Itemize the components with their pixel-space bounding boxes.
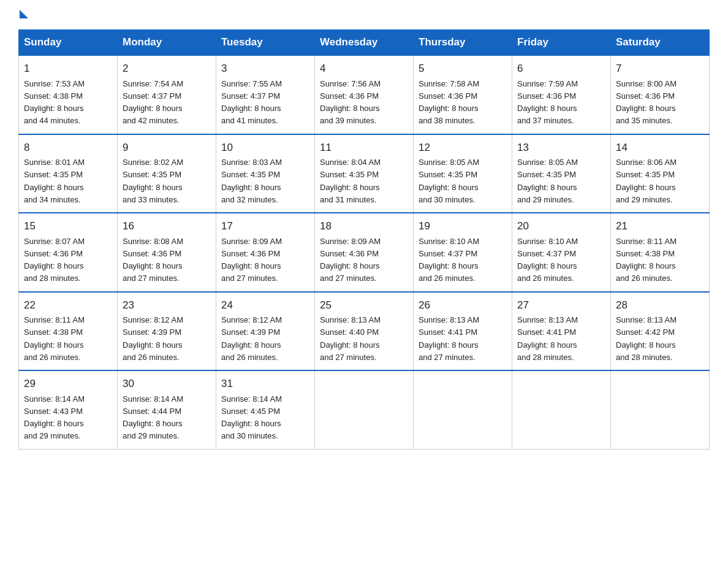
day-number: 2	[123, 61, 211, 77]
day-info: Sunrise: 8:13 AMSunset: 4:41 PMDaylight:…	[517, 315, 578, 362]
day-info: Sunrise: 8:01 AMSunset: 4:35 PMDaylight:…	[24, 158, 85, 204]
day-number: 10	[221, 140, 309, 156]
calendar-week-row: 29 Sunrise: 8:14 AMSunset: 4:43 PMDaylig…	[19, 370, 710, 449]
logo-arrow-icon	[20, 10, 28, 18]
day-number: 29	[24, 376, 112, 392]
calendar-day-cell: 18 Sunrise: 8:09 AMSunset: 4:36 PMDaylig…	[315, 213, 414, 292]
day-number: 1	[24, 61, 112, 77]
calendar-week-row: 8 Sunrise: 8:01 AMSunset: 4:35 PMDayligh…	[19, 134, 710, 213]
day-info: Sunrise: 8:05 AMSunset: 4:35 PMDaylight:…	[419, 158, 479, 204]
calendar-empty-cell	[414, 370, 512, 449]
calendar-day-cell: 1 Sunrise: 7:53 AMSunset: 4:38 PMDayligh…	[19, 55, 118, 134]
calendar-day-cell: 31 Sunrise: 8:14 AMSunset: 4:45 PMDaylig…	[216, 370, 315, 449]
day-number: 9	[123, 140, 211, 156]
day-number: 27	[517, 297, 605, 313]
calendar-day-cell: 15 Sunrise: 8:07 AMSunset: 4:36 PMDaylig…	[19, 213, 118, 292]
day-number: 28	[616, 297, 704, 313]
day-info: Sunrise: 7:56 AMSunset: 4:36 PMDaylight:…	[320, 79, 381, 126]
day-info: Sunrise: 8:09 AMSunset: 4:36 PMDaylight:…	[221, 237, 282, 283]
day-info: Sunrise: 8:11 AMSunset: 4:38 PMDaylight:…	[616, 237, 677, 283]
day-number: 14	[616, 140, 704, 156]
column-header-tuesday: Tuesday	[216, 30, 315, 56]
day-info: Sunrise: 7:54 AMSunset: 4:37 PMDaylight:…	[123, 79, 183, 126]
calendar-day-cell: 25 Sunrise: 8:13 AMSunset: 4:40 PMDaylig…	[315, 292, 414, 371]
day-info: Sunrise: 8:04 AMSunset: 4:35 PMDaylight:…	[320, 158, 381, 204]
calendar-day-cell: 23 Sunrise: 8:12 AMSunset: 4:39 PMDaylig…	[118, 292, 216, 371]
calendar-day-cell: 17 Sunrise: 8:09 AMSunset: 4:36 PMDaylig…	[216, 213, 315, 292]
column-header-saturday: Saturday	[611, 30, 710, 56]
calendar-day-cell: 2 Sunrise: 7:54 AMSunset: 4:37 PMDayligh…	[118, 55, 216, 134]
day-number: 19	[419, 218, 507, 234]
day-number: 6	[517, 61, 605, 77]
calendar-day-cell: 11 Sunrise: 8:04 AMSunset: 4:35 PMDaylig…	[315, 134, 414, 213]
column-header-thursday: Thursday	[414, 30, 512, 56]
day-number: 3	[221, 61, 309, 77]
calendar-day-cell: 12 Sunrise: 8:05 AMSunset: 4:35 PMDaylig…	[414, 134, 512, 213]
day-info: Sunrise: 8:14 AMSunset: 4:45 PMDaylight:…	[221, 394, 282, 441]
day-info: Sunrise: 8:02 AMSunset: 4:35 PMDaylight:…	[123, 158, 183, 204]
day-info: Sunrise: 8:00 AMSunset: 4:36 PMDaylight:…	[616, 79, 677, 126]
day-number: 25	[320, 297, 408, 313]
logo	[18, 12, 28, 18]
day-info: Sunrise: 8:08 AMSunset: 4:36 PMDaylight:…	[123, 237, 183, 283]
column-header-friday: Friday	[512, 30, 611, 56]
day-info: Sunrise: 8:12 AMSunset: 4:39 PMDaylight:…	[221, 315, 282, 362]
day-number: 7	[616, 61, 704, 77]
day-number: 4	[320, 61, 408, 77]
calendar-day-cell: 27 Sunrise: 8:13 AMSunset: 4:41 PMDaylig…	[512, 292, 611, 371]
day-number: 26	[419, 297, 507, 313]
page-header	[18, 12, 710, 18]
calendar-table: SundayMondayTuesdayWednesdayThursdayFrid…	[18, 29, 710, 450]
day-info: Sunrise: 8:11 AMSunset: 4:38 PMDaylight:…	[24, 315, 85, 362]
calendar-day-cell: 14 Sunrise: 8:06 AMSunset: 4:35 PMDaylig…	[611, 134, 710, 213]
day-info: Sunrise: 7:59 AMSunset: 4:36 PMDaylight:…	[517, 79, 578, 126]
day-info: Sunrise: 8:10 AMSunset: 4:37 PMDaylight:…	[419, 237, 479, 283]
day-info: Sunrise: 8:03 AMSunset: 4:35 PMDaylight:…	[221, 158, 282, 204]
day-info: Sunrise: 8:13 AMSunset: 4:40 PMDaylight:…	[320, 315, 381, 362]
calendar-day-cell: 8 Sunrise: 8:01 AMSunset: 4:35 PMDayligh…	[19, 134, 118, 213]
day-number: 21	[616, 218, 704, 234]
calendar-day-cell: 20 Sunrise: 8:10 AMSunset: 4:37 PMDaylig…	[512, 213, 611, 292]
day-info: Sunrise: 7:58 AMSunset: 4:36 PMDaylight:…	[419, 79, 479, 126]
calendar-empty-cell	[611, 370, 710, 449]
day-number: 5	[419, 61, 507, 77]
day-number: 13	[517, 140, 605, 156]
calendar-day-cell: 30 Sunrise: 8:14 AMSunset: 4:44 PMDaylig…	[118, 370, 216, 449]
calendar-empty-cell	[315, 370, 414, 449]
day-number: 17	[221, 218, 309, 234]
calendar-day-cell: 28 Sunrise: 8:13 AMSunset: 4:42 PMDaylig…	[611, 292, 710, 371]
calendar-day-cell: 5 Sunrise: 7:58 AMSunset: 4:36 PMDayligh…	[414, 55, 512, 134]
day-info: Sunrise: 8:05 AMSunset: 4:35 PMDaylight:…	[517, 158, 578, 204]
calendar-header-row: SundayMondayTuesdayWednesdayThursdayFrid…	[19, 30, 710, 56]
day-info: Sunrise: 8:09 AMSunset: 4:36 PMDaylight:…	[320, 237, 381, 283]
column-header-wednesday: Wednesday	[315, 30, 414, 56]
calendar-week-row: 22 Sunrise: 8:11 AMSunset: 4:38 PMDaylig…	[19, 292, 710, 371]
day-info: Sunrise: 8:07 AMSunset: 4:36 PMDaylight:…	[24, 237, 85, 283]
calendar-day-cell: 26 Sunrise: 8:13 AMSunset: 4:41 PMDaylig…	[414, 292, 512, 371]
column-header-sunday: Sunday	[19, 30, 118, 56]
day-info: Sunrise: 8:06 AMSunset: 4:35 PMDaylight:…	[616, 158, 677, 204]
day-info: Sunrise: 7:55 AMSunset: 4:37 PMDaylight:…	[221, 79, 282, 126]
day-number: 30	[123, 376, 211, 392]
day-info: Sunrise: 8:13 AMSunset: 4:42 PMDaylight:…	[616, 315, 677, 362]
day-number: 16	[123, 218, 211, 234]
calendar-day-cell: 16 Sunrise: 8:08 AMSunset: 4:36 PMDaylig…	[118, 213, 216, 292]
day-number: 12	[419, 140, 507, 156]
calendar-day-cell: 9 Sunrise: 8:02 AMSunset: 4:35 PMDayligh…	[118, 134, 216, 213]
calendar-day-cell: 29 Sunrise: 8:14 AMSunset: 4:43 PMDaylig…	[19, 370, 118, 449]
day-number: 31	[221, 376, 309, 392]
day-info: Sunrise: 8:13 AMSunset: 4:41 PMDaylight:…	[419, 315, 479, 362]
calendar-day-cell: 6 Sunrise: 7:59 AMSunset: 4:36 PMDayligh…	[512, 55, 611, 134]
day-number: 11	[320, 140, 408, 156]
day-info: Sunrise: 8:14 AMSunset: 4:43 PMDaylight:…	[24, 394, 85, 441]
day-number: 22	[24, 297, 112, 313]
calendar-empty-cell	[512, 370, 611, 449]
day-info: Sunrise: 8:12 AMSunset: 4:39 PMDaylight:…	[123, 315, 183, 362]
day-number: 18	[320, 218, 408, 234]
calendar-day-cell: 21 Sunrise: 8:11 AMSunset: 4:38 PMDaylig…	[611, 213, 710, 292]
calendar-week-row: 15 Sunrise: 8:07 AMSunset: 4:36 PMDaylig…	[19, 213, 710, 292]
day-number: 15	[24, 218, 112, 234]
calendar-day-cell: 3 Sunrise: 7:55 AMSunset: 4:37 PMDayligh…	[216, 55, 315, 134]
calendar-day-cell: 13 Sunrise: 8:05 AMSunset: 4:35 PMDaylig…	[512, 134, 611, 213]
day-info: Sunrise: 7:53 AMSunset: 4:38 PMDaylight:…	[24, 79, 85, 126]
